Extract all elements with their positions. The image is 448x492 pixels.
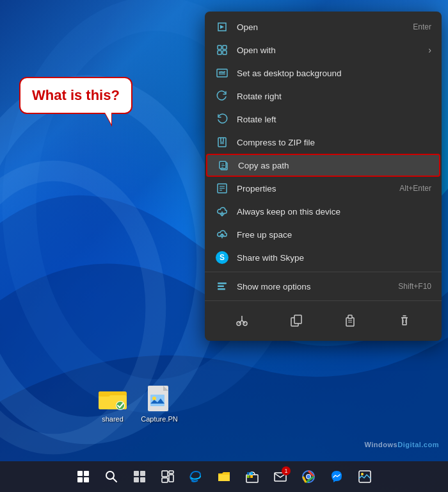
widgets-icon xyxy=(161,470,175,484)
menu-item-rotate-left[interactable]: Rotate left xyxy=(205,108,442,131)
svg-point-72 xyxy=(361,473,364,475)
open-with-icon xyxy=(215,43,229,57)
desktop-icon-capture-label: Capture.PN xyxy=(141,415,177,423)
chrome-icon xyxy=(301,470,316,484)
svg-rect-13 xyxy=(223,45,227,49)
desktop: What is this? shared xyxy=(0,0,448,492)
menu-bottom-icon-row xyxy=(205,304,442,337)
svg-rect-14 xyxy=(218,51,221,54)
desktop-icon-capture[interactable]: Capture.PN xyxy=(136,384,182,423)
taskbar-chrome-button[interactable] xyxy=(296,464,321,489)
menu-item-desktop-bg-label: Set as desktop background xyxy=(237,69,431,78)
image-file-icon xyxy=(145,384,173,413)
svg-rect-44 xyxy=(348,315,352,318)
menu-item-open-with-label: Open with xyxy=(237,45,428,55)
menu-item-free-space-label: Free up space xyxy=(237,230,431,240)
taskbar-messenger-button[interactable] xyxy=(324,464,349,489)
taskbar-mail-button[interactable]: 1 xyxy=(268,464,293,489)
menu-item-always-keep-label: Always keep on this device xyxy=(237,207,431,217)
menu-item-rotate-right[interactable]: Rotate right xyxy=(205,85,442,108)
menu-item-open-shortcut: Enter xyxy=(413,22,431,31)
menu-item-copy-path-label: Copy as path xyxy=(238,161,430,170)
svg-rect-53 xyxy=(134,471,139,476)
menu-item-set-desktop-bg[interactable]: Set as desktop background xyxy=(205,62,442,85)
taskbar-start-button[interactable] xyxy=(70,464,96,489)
desktop-icon-shared[interactable]: shared xyxy=(90,384,136,423)
messenger-icon xyxy=(330,470,344,484)
menu-item-rotate-left-label: Rotate left xyxy=(237,115,431,124)
svg-rect-15 xyxy=(223,51,227,54)
taskbar: 1 xyxy=(0,461,448,492)
cut-button[interactable] xyxy=(230,309,253,332)
task-view-icon xyxy=(132,470,147,484)
svg-rect-58 xyxy=(169,471,173,473)
context-menu: Open Enter Open with › Set as desktop ba… xyxy=(205,12,442,341)
svg-rect-61 xyxy=(218,475,230,481)
skype-icon: S xyxy=(215,250,229,265)
svg-rect-35 xyxy=(218,288,225,290)
speech-bubble-text: What is this? xyxy=(32,87,120,103)
svg-point-70 xyxy=(307,475,310,479)
taskbar-search-button[interactable] xyxy=(99,464,124,489)
svg-rect-64 xyxy=(250,472,253,475)
svg-rect-5 xyxy=(99,391,110,397)
menu-item-open[interactable]: Open Enter xyxy=(205,15,442,38)
svg-line-52 xyxy=(113,479,117,482)
menu-item-share-skype[interactable]: S Share with Skype xyxy=(205,246,442,269)
menu-item-copy-path[interactable]: Copy as path xyxy=(206,154,440,177)
svg-rect-65 xyxy=(247,475,250,478)
edge-icon xyxy=(189,470,203,484)
speech-bubble: What is this? xyxy=(19,77,132,114)
photos-icon xyxy=(358,470,372,484)
copy-path-icon xyxy=(216,158,230,172)
menu-item-show-more-shortcut: Shift+F10 xyxy=(398,282,431,291)
svg-rect-59 xyxy=(169,475,173,482)
taskbar-widgets-button[interactable] xyxy=(155,464,180,489)
taskbar-photos-button[interactable] xyxy=(352,464,378,489)
menu-item-compress-zip-label: Compress to ZIP file xyxy=(237,138,431,147)
desktop-icon-shared-label: shared xyxy=(102,415,124,423)
taskbar-store-button[interactable] xyxy=(239,464,265,489)
menu-item-show-more-label: Show more options xyxy=(237,282,393,291)
menu-item-rotate-right-label: Rotate right xyxy=(237,92,431,101)
menu-item-always-keep[interactable]: Always keep on this device xyxy=(205,200,442,223)
svg-rect-57 xyxy=(162,471,168,477)
svg-rect-21 xyxy=(220,142,224,144)
svg-rect-55 xyxy=(134,477,139,482)
taskbar-explorer-button[interactable] xyxy=(211,464,237,489)
cloud-download-icon xyxy=(215,204,229,218)
mail-notification-badge: 1 xyxy=(282,466,291,475)
store-icon xyxy=(245,470,259,484)
svg-rect-10 xyxy=(150,395,164,406)
svg-rect-34 xyxy=(218,286,224,288)
taskbar-task-view-button[interactable] xyxy=(127,464,152,489)
menu-item-open-label: Open xyxy=(237,22,408,32)
menu-item-open-with[interactable]: Open with › xyxy=(205,38,442,62)
rotate-left-icon xyxy=(215,112,229,126)
svg-rect-60 xyxy=(162,478,168,482)
svg-rect-56 xyxy=(140,477,145,482)
skype-circle: S xyxy=(216,251,228,264)
svg-rect-12 xyxy=(218,45,221,49)
menu-item-properties-label: Properties xyxy=(237,184,394,193)
menu-item-compress-zip[interactable]: Compress to ZIP file xyxy=(205,131,442,154)
windows-logo-icon xyxy=(77,471,89,482)
svg-rect-54 xyxy=(140,471,145,476)
menu-item-properties[interactable]: Properties Alt+Enter xyxy=(205,177,442,200)
delete-button[interactable] xyxy=(393,309,416,332)
taskbar-edge-button[interactable] xyxy=(183,464,209,489)
menu-divider xyxy=(205,272,442,272)
svg-rect-66 xyxy=(250,475,253,478)
desktop-bg-icon xyxy=(215,66,229,80)
svg-rect-63 xyxy=(247,472,250,475)
folder-icon xyxy=(99,384,127,413)
folder-taskbar-icon xyxy=(217,470,231,484)
menu-item-show-more[interactable]: Show more options Shift+F10 xyxy=(205,275,442,298)
menu-item-free-space[interactable]: Free up space xyxy=(205,223,442,246)
menu-item-properties-shortcut: Alt+Enter xyxy=(399,184,431,193)
svg-rect-42 xyxy=(294,315,301,324)
search-icon xyxy=(104,470,118,484)
paste-button[interactable] xyxy=(339,309,362,332)
menu-divider-2 xyxy=(205,300,442,301)
copy-button[interactable] xyxy=(285,309,308,332)
